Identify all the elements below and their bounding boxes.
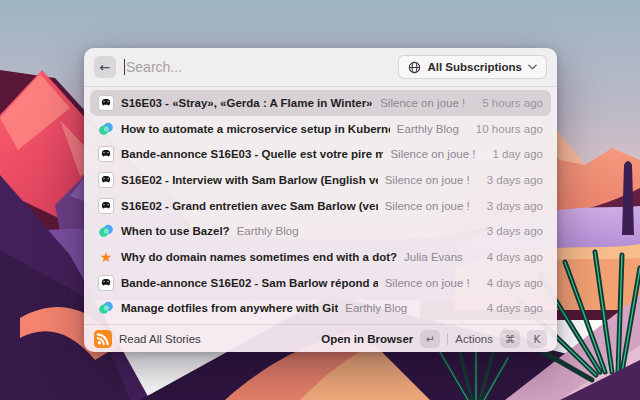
footer-bar: Read All Stories Open in Browser ↵ Actio… (84, 325, 557, 352)
silence-on-joue-icon (98, 198, 114, 214)
story-title: S16E02 - Interview with Sam Barlow (Engl… (121, 174, 378, 186)
story-title: S16E03 - «Stray», «Gerda : A Flame in Wi… (121, 97, 373, 109)
story-favicon: ★ (98, 300, 114, 316)
chevron-down-icon (528, 64, 537, 70)
story-feed-name: Earthly Blog (397, 123, 459, 135)
k-key-badge: K (527, 330, 547, 348)
story-favicon: ★ (98, 249, 114, 265)
silence-on-joue-icon (98, 95, 114, 111)
story-row[interactable]: ★ How to automate a microservice setup i… (90, 116, 551, 142)
back-button[interactable]: ← (94, 56, 116, 78)
star-icon: ★ (100, 249, 113, 265)
story-timestamp: 1 day ago (482, 148, 543, 160)
subscriptions-dropdown-label: All Subscriptions (427, 61, 522, 73)
search-input[interactable]: Search... (124, 59, 390, 75)
story-row[interactable]: ★ When to use Bazel? Earthly Blog 3 days… (90, 218, 551, 244)
story-row[interactable]: ★ S16E03 - «Stray», «Gerda : A Flame in … (90, 90, 551, 116)
story-feed-name: Julia Evans (404, 251, 463, 263)
search-placeholder: Search... (126, 59, 182, 75)
story-feed-name: Silence on joue ! (390, 148, 475, 160)
return-key-badge: ↵ (420, 330, 440, 348)
story-row[interactable]: ★ S16E02 - Interview with Sam Barlow (En… (90, 167, 551, 193)
story-favicon: ★ (98, 275, 114, 291)
actions-button[interactable]: Actions (455, 333, 493, 345)
silence-on-joue-icon (98, 275, 114, 291)
story-title: Bande-annonce S16E02 - Sam Barlow répond… (121, 277, 378, 289)
story-timestamp: 4 days ago (477, 277, 543, 289)
subscriptions-dropdown[interactable]: All Subscriptions (398, 55, 547, 79)
read-all-stories-label: Read All Stories (119, 333, 201, 345)
story-favicon: ★ (98, 121, 114, 137)
story-title: Manage dotfiles from anywhere with Git (121, 302, 338, 314)
story-row[interactable]: ★ Bande-annonce S16E02 - Sam Barlow répo… (90, 270, 551, 296)
cmd-key-badge: ⌘ (500, 330, 520, 348)
text-caret (124, 59, 125, 75)
story-title: Why do domain names sometimes end with a… (121, 251, 397, 263)
story-timestamp: 10 hours ago (466, 123, 543, 135)
earthly-icon (98, 121, 114, 137)
search-header: ← Search... All Subscriptions (84, 48, 557, 86)
story-feed-name: Silence on joue ! (380, 97, 465, 109)
story-timestamp: 3 days ago (477, 225, 543, 237)
story-feed-name: Earthly Blog (237, 225, 299, 237)
story-favicon: ★ (98, 146, 114, 162)
back-arrow-icon: ← (100, 60, 111, 75)
rss-icon (94, 330, 112, 348)
story-list: ★ S16E03 - «Stray», «Gerda : A Flame in … (84, 87, 557, 324)
story-timestamp: 3 days ago (477, 174, 543, 186)
story-feed-name: Silence on joue ! (385, 200, 470, 212)
earthly-icon (98, 300, 114, 316)
story-title: How to automate a microservice setup in … (121, 123, 390, 135)
footer-actions-divider (447, 333, 448, 345)
story-timestamp: 4 days ago (477, 251, 543, 263)
globe-icon (408, 61, 421, 74)
open-in-browser-button[interactable]: Open in Browser (321, 333, 413, 345)
story-title: S16E02 - Grand entretien avec Sam Barlow… (121, 200, 378, 212)
story-title: When to use Bazel? (121, 225, 230, 237)
story-title: Bande-annonce S16E03 - Quelle est votre … (121, 148, 383, 160)
story-timestamp: 5 hours ago (472, 97, 543, 109)
story-timestamp: 3 days ago (477, 200, 543, 212)
earthly-icon (98, 223, 114, 239)
story-timestamp: 4 days ago (477, 302, 543, 314)
story-row[interactable]: ★ S16E02 - Grand entretien avec Sam Barl… (90, 193, 551, 219)
silence-on-joue-icon (98, 146, 114, 162)
story-feed-name: Earthly Blog (345, 302, 407, 314)
story-favicon: ★ (98, 95, 114, 111)
story-row[interactable]: ★ Why do domain names sometimes end with… (90, 244, 551, 270)
story-favicon: ★ (98, 172, 114, 188)
story-favicon: ★ (98, 198, 114, 214)
rss-search-panel: ← Search... All Subscriptions (84, 48, 557, 352)
story-row[interactable]: ★ Manage dotfiles from anywhere with Git… (90, 295, 551, 321)
story-feed-name: Silence on joue ! (385, 277, 470, 289)
story-row[interactable]: ★ Bande-annonce S16E03 - Quelle est votr… (90, 141, 551, 167)
silence-on-joue-icon (98, 172, 114, 188)
story-favicon: ★ (98, 223, 114, 239)
story-feed-name: Silence on joue ! (385, 174, 470, 186)
